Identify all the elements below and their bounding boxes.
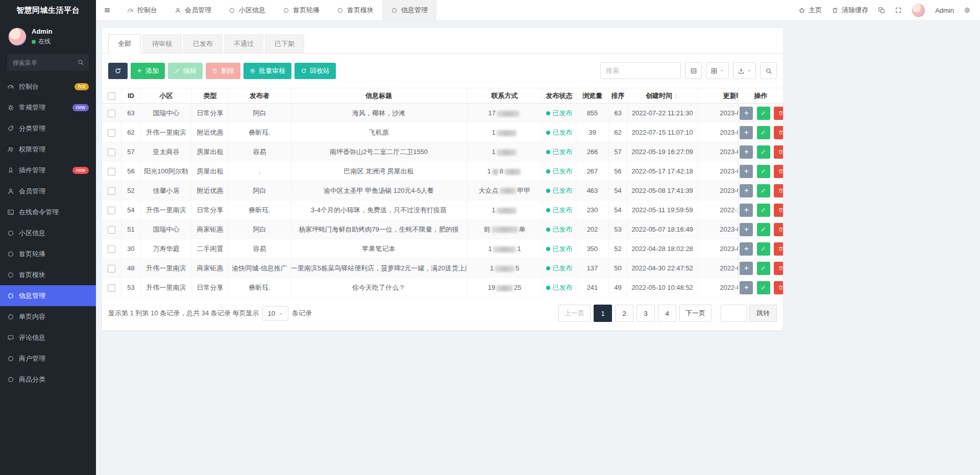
page-button-4[interactable]: 4 <box>658 305 676 322</box>
page-button-3[interactable]: 3 <box>636 305 655 322</box>
row-delete-button[interactable] <box>774 145 783 159</box>
sidebar-item-6[interactable]: 会员管理 <box>0 181 96 202</box>
row-checkbox[interactable] <box>108 207 115 214</box>
add-button[interactable]: 添加 <box>131 63 165 79</box>
select-all-checkbox[interactable] <box>108 92 115 100</box>
table-search-input[interactable] <box>600 62 681 79</box>
menu-search-input[interactable] <box>7 54 89 71</box>
top-tab-4[interactable]: 首页轮播 <box>274 0 328 20</box>
edit-button[interactable]: 编辑 <box>168 63 203 79</box>
row-delete-button[interactable] <box>774 184 783 197</box>
row-edit-button[interactable] <box>757 126 770 139</box>
refresh-button[interactable] <box>108 63 128 79</box>
status-tab-1[interactable]: 全部 <box>108 34 141 54</box>
sidebar-item-4[interactable]: 权限管理 <box>0 139 96 160</box>
page-size-select[interactable]: 10 <box>262 306 288 321</box>
jump-button[interactable]: 跳转 <box>749 305 777 322</box>
top-tab-1[interactable]: 控制台 <box>118 0 166 20</box>
sidebar-item-10[interactable]: 首页模块 <box>0 264 96 285</box>
sidebar-item-11[interactable]: 信息管理 <box>0 285 96 306</box>
top-tab-3[interactable]: 小区信息 <box>220 0 274 20</box>
row-more-button[interactable] <box>740 145 753 159</box>
sidebar-item-15[interactable]: 商品分类 <box>0 369 96 390</box>
top-tab-6[interactable]: 信息管理 <box>382 0 436 20</box>
row-checkbox[interactable] <box>108 284 115 292</box>
row-more-button[interactable] <box>740 242 753 256</box>
export-button[interactable] <box>733 62 756 79</box>
sidebar-item-8[interactable]: 小区信息 <box>0 222 96 243</box>
row-checkbox[interactable] <box>108 187 115 195</box>
row-checkbox[interactable] <box>108 168 115 176</box>
settings-button[interactable] <box>964 7 971 14</box>
row-delete-button[interactable] <box>774 204 783 217</box>
row-checkbox[interactable] <box>108 148 115 156</box>
row-more-button[interactable] <box>740 281 753 294</box>
row-edit-button[interactable] <box>757 165 770 178</box>
row-delete-button[interactable] <box>774 242 783 256</box>
row-edit-button[interactable] <box>757 262 770 275</box>
topbar-avatar[interactable] <box>912 4 925 17</box>
row-edit-button[interactable] <box>757 242 770 256</box>
batch-audit-button[interactable]: 批量审核 <box>243 63 291 79</box>
row-edit-button[interactable] <box>757 281 770 294</box>
column-header-10[interactable]: 创建时间 <box>627 88 698 104</box>
row-more-button[interactable] <box>740 126 753 139</box>
home-link[interactable]: 主页 <box>798 6 822 15</box>
sidebar-item-14[interactable]: 商户管理 <box>0 348 96 369</box>
top-tab-2[interactable]: 会员管理 <box>166 0 220 20</box>
status-tab-3[interactable]: 已发布 <box>183 34 223 54</box>
row-checkbox[interactable] <box>108 110 115 117</box>
top-tab-5[interactable]: 首页模块 <box>328 0 382 20</box>
sidebar-item-2[interactable]: 常规管理 new <box>0 97 96 118</box>
page-button-1[interactable]: 1 <box>594 305 612 322</box>
row-more-button[interactable] <box>740 165 753 178</box>
sidebar-item-3[interactable]: 分类管理 <box>0 118 96 139</box>
row-more-button[interactable] <box>740 184 753 197</box>
columns-button[interactable] <box>706 62 729 79</box>
row-checkbox[interactable] <box>108 265 115 272</box>
row-checkbox[interactable] <box>108 129 115 137</box>
row-delete-button[interactable] <box>774 165 783 178</box>
row-delete-button[interactable] <box>774 107 783 120</box>
page-button-2[interactable]: 2 <box>615 305 633 322</box>
row-delete-button[interactable] <box>774 223 783 236</box>
table-scroll[interactable]: ID小区类型发布者信息标题联系方式发布状态浏览量排序创建时间更新时间操作 63 … <box>102 88 783 297</box>
row-more-button[interactable] <box>740 107 753 120</box>
delete-button[interactable]: 删除 <box>206 63 240 79</box>
row-more-button[interactable] <box>740 262 753 275</box>
status-tab-5[interactable]: 已下架 <box>265 34 304 54</box>
next-page-button[interactable]: 下一页 <box>679 305 712 322</box>
row-delete-button[interactable] <box>774 126 783 139</box>
sidebar-item-5[interactable]: 插件管理 new <box>0 160 96 181</box>
sidebar-item-1[interactable]: 控制台 hot <box>0 76 96 97</box>
fullscreen-button[interactable] <box>895 7 902 14</box>
row-edit-button[interactable] <box>757 223 770 236</box>
row-delete-button[interactable] <box>774 281 783 294</box>
sidebar-toggle-button[interactable] <box>96 0 118 20</box>
row-checkbox[interactable] <box>108 226 115 234</box>
toggle-view-button[interactable] <box>685 62 702 79</box>
user-avatar[interactable] <box>8 28 27 46</box>
prev-page-button[interactable]: 上一页 <box>558 305 591 322</box>
status-tab-2[interactable]: 待审核 <box>142 34 182 54</box>
row-checkbox[interactable] <box>108 245 115 253</box>
recycle-bin-button[interactable]: 回收站 <box>295 63 336 79</box>
row-delete-button[interactable] <box>774 262 783 275</box>
clear-cache-link[interactable]: 清除缓存 <box>831 6 868 15</box>
row-edit-button[interactable] <box>757 184 770 197</box>
search-button[interactable] <box>760 62 777 79</box>
sidebar-item-13[interactable]: 评论信息 <box>0 327 96 348</box>
sidebar-item-7[interactable]: 在线命令管理 <box>0 202 96 222</box>
language-button[interactable] <box>878 7 885 14</box>
row-more-button[interactable] <box>740 223 753 236</box>
row-edit-button[interactable] <box>757 145 770 159</box>
status-tab-4[interactable]: 不通过 <box>224 34 263 54</box>
topbar-username[interactable]: Admin <box>935 7 954 14</box>
sidebar-item-12[interactable]: 单页内容 <box>0 306 96 327</box>
row-more-button[interactable] <box>740 204 753 217</box>
jump-page-input[interactable] <box>721 305 747 322</box>
user-status: 在线 <box>32 37 52 46</box>
row-edit-button[interactable] <box>757 107 770 120</box>
row-edit-button[interactable] <box>757 204 770 217</box>
sidebar-item-9[interactable]: 首页轮播 <box>0 243 96 264</box>
